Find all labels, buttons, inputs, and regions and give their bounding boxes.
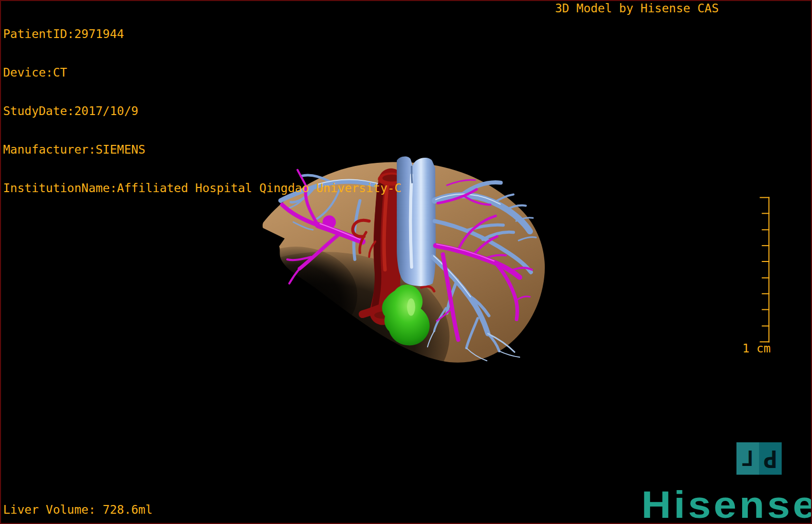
liver-volume-label: Liver Volume: 728.6ml	[3, 503, 153, 516]
scale-bar	[760, 197, 769, 342]
patient-id-line: PatientID:2971944	[3, 28, 401, 41]
ivc-notch	[412, 166, 412, 183]
orientation-letter-right: P	[763, 445, 778, 473]
institution-line: InstitutionName:Affiliated Hospital Qing…	[3, 182, 401, 195]
orientation-marker: L P	[736, 442, 782, 475]
viewer-window: 1 cm PatientID:2971944 Device:CT StudyDa…	[0, 0, 812, 524]
study-date-line: StudyDate:2017/10/9	[3, 105, 401, 118]
scale-label-group: 1 cm	[742, 342, 770, 355]
device-line: Device:CT	[3, 66, 401, 79]
scale-label: 1 cm	[742, 342, 770, 355]
liver-shadow-2	[234, 247, 357, 344]
hisense-logo: Hisense	[641, 483, 812, 524]
orientation-letter-left: L	[742, 447, 754, 471]
watermark-title: 3D Model by Hisense CAS	[555, 2, 719, 15]
patient-info: PatientID:2971944 Device:CT StudyDate:20…	[3, 2, 401, 220]
gallbladder-highlight	[407, 298, 415, 316]
ivc-highlight	[411, 175, 412, 267]
manufacturer-line: Manufacturer:SIEMENS	[3, 143, 401, 156]
ivc-shape	[397, 156, 436, 286]
orientation-face-right: P	[759, 442, 782, 475]
orientation-face-left: L	[736, 442, 759, 475]
